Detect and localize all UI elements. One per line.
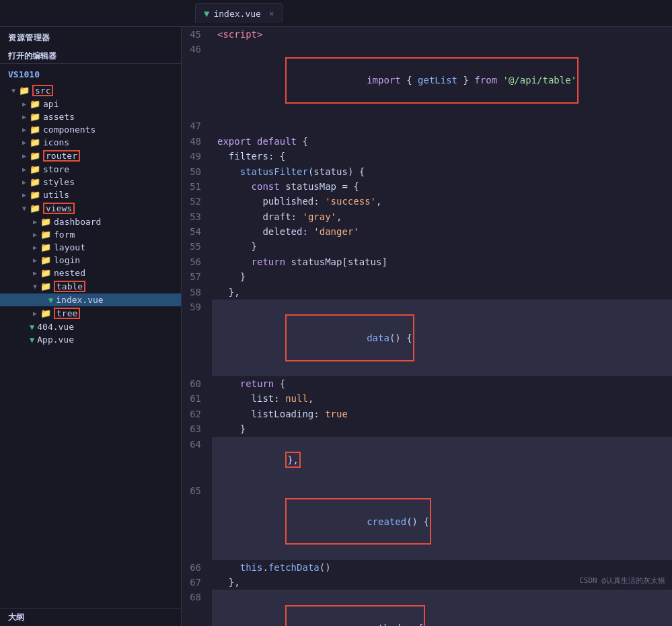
open-editors-title: 打开的编辑器 <box>0 46 181 64</box>
tree-item-tree[interactable]: 📁 tree <box>0 306 181 320</box>
code-line-45: 45 <script> <box>182 27 672 42</box>
line-code-49: filters: { <box>212 149 672 164</box>
code-line-59: 59 data() { <box>182 300 672 376</box>
line-num-54: 54 <box>182 224 212 239</box>
router-label: router <box>43 150 80 162</box>
tree-item-app-vue[interactable]: ▼ App.vue <box>0 333 181 346</box>
tree-item-styles[interactable]: 📁 styles <box>0 176 181 188</box>
src-folder-icon: 📁 <box>19 85 30 96</box>
main-layout: 资源管理器 打开的编辑器 VS1010 📁 src 📁 api 📁 assets… <box>0 27 672 626</box>
line-code-68: methods: { <box>212 590 672 626</box>
tree-item-src[interactable]: 📁 src <box>0 83 181 98</box>
code-line-47: 47 <box>182 118 672 133</box>
line-num-61: 61 <box>182 391 212 406</box>
tree-item-layout[interactable]: 📁 layout <box>0 241 181 254</box>
utils-label: utils <box>43 190 69 200</box>
code-line-57: 57 } <box>182 269 672 284</box>
api-arrow <box>19 100 30 108</box>
table-arrow <box>30 283 40 290</box>
login-label: login <box>54 255 80 265</box>
code-table: 45 <script> 46 import { getList } from '… <box>182 27 672 626</box>
line-code-50: statusFilter(status) { <box>212 164 672 179</box>
line-num-48: 48 <box>182 134 212 149</box>
tree-item-store[interactable]: 📁 store <box>0 163 181 176</box>
tree-folder-icon: 📁 <box>40 308 51 318</box>
line-code-63: } <box>212 421 672 436</box>
tree-folder-arrow <box>30 310 40 317</box>
tree-item-components[interactable]: 📁 components <box>0 123 181 136</box>
tree-item-utils[interactable]: 📁 utils <box>0 188 181 201</box>
code-line-54: 54 deleted: 'danger' <box>182 224 672 239</box>
src-label: src <box>32 85 53 96</box>
layout-folder-icon: 📁 <box>40 242 51 252</box>
line-code-55: } <box>212 239 672 254</box>
line-num-60: 60 <box>182 376 212 391</box>
line-code-52: published: 'success', <box>212 194 672 209</box>
tab-close-button[interactable]: ✕ <box>269 9 274 18</box>
top-bar: ▼ index.vue ✕ <box>0 0 672 27</box>
index-vue-label: index.vue <box>56 295 103 305</box>
line-code-56: return statusMap[status] <box>212 254 672 269</box>
login-folder-icon: 📁 <box>40 255 51 265</box>
line-code-66: this.fetchData() <box>212 560 672 575</box>
outline-section: 大纲 <box>0 608 181 626</box>
form-arrow <box>30 231 40 238</box>
store-folder-icon: 📁 <box>30 164 40 174</box>
code-editor[interactable]: 45 <script> 46 import { getList } from '… <box>182 27 672 626</box>
tree-item-router[interactable]: 📁 router <box>0 149 181 163</box>
line-code-65: created() { <box>212 483 672 560</box>
tree-item-nested[interactable]: 📁 nested <box>0 267 181 279</box>
line-code-47 <box>212 118 672 133</box>
tree-item-index-vue[interactable]: ▼ index.vue <box>0 293 181 306</box>
tree-item-views[interactable]: 📁 views <box>0 201 181 215</box>
layout-arrow <box>30 244 40 251</box>
line-code-57: } <box>212 269 672 284</box>
icons-folder-icon: 📁 <box>30 137 40 147</box>
line-code-45: <script> <box>212 27 672 42</box>
code-line-56: 56 return statusMap[status] <box>182 254 672 269</box>
assets-folder-icon: 📁 <box>30 112 40 122</box>
tree-item-assets[interactable]: 📁 assets <box>0 110 181 123</box>
views-folder-icon: 📁 <box>30 203 40 213</box>
tree-item-dashboard[interactable]: 📁 dashboard <box>0 215 181 228</box>
line-code-51: const statusMap = { <box>212 179 672 194</box>
code-line-65: 65 created() { <box>182 483 672 560</box>
tree-item-404[interactable]: ▼ 404.vue <box>0 320 181 333</box>
project-name: VS1010 <box>0 67 181 83</box>
line-num-55: 55 <box>182 239 212 254</box>
code-line-61: 61 list: null, <box>182 391 672 406</box>
line-code-54: deleted: 'danger' <box>212 224 672 239</box>
tree-item-form[interactable]: 📁 form <box>0 228 181 241</box>
tree-item-table[interactable]: 📁 table <box>0 279 181 293</box>
line-code-46: import { getList } from '@/api/table' <box>212 42 672 118</box>
line-code-62: listLoading: true <box>212 407 672 421</box>
styles-arrow <box>19 178 30 186</box>
nested-label: nested <box>54 268 85 278</box>
router-folder-icon: 📁 <box>30 151 40 161</box>
tree-item-icons[interactable]: 📁 icons <box>0 136 181 149</box>
code-line-55: 55 } <box>182 239 672 254</box>
utils-arrow <box>19 191 30 199</box>
table-folder-icon: 📁 <box>40 281 51 291</box>
tree-folder-label: tree <box>54 308 80 319</box>
line-num-51: 51 <box>182 179 212 194</box>
code-line-51: 51 const statusMap = { <box>182 179 672 194</box>
tree-item-login[interactable]: 📁 login <box>0 254 181 267</box>
form-folder-icon: 📁 <box>40 230 51 240</box>
dashboard-arrow <box>30 218 40 225</box>
styles-label: styles <box>43 177 75 187</box>
tree-item-api[interactable]: 📁 api <box>0 98 181 110</box>
line-num-56: 56 <box>182 254 212 269</box>
outline-label: 大纲 <box>8 613 24 622</box>
code-line-68: 68 methods: { <box>182 590 672 626</box>
styles-folder-icon: 📁 <box>30 177 40 187</box>
line-num-62: 62 <box>182 407 212 421</box>
tab-index-vue[interactable]: ▼ index.vue ✕ <box>195 3 283 23</box>
views-arrow <box>19 205 30 212</box>
code-line-60: 60 return { <box>182 376 672 391</box>
line-num-58: 58 <box>182 285 212 300</box>
store-arrow <box>19 166 30 173</box>
line-code-59: data() { <box>212 300 672 376</box>
line-num-50: 50 <box>182 164 212 179</box>
api-label: api <box>43 99 59 109</box>
